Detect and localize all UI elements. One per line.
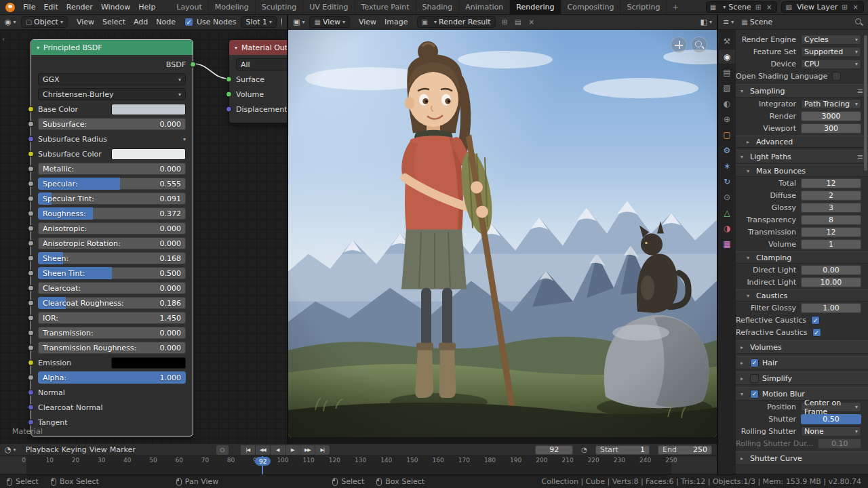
current-frame-field[interactable]: 92	[535, 445, 573, 455]
node-slider[interactable]: Alpha: 1.000	[38, 371, 186, 384]
prop-tab-object[interactable]: ▢	[719, 127, 735, 142]
input-socket[interactable]	[28, 315, 34, 321]
node-row[interactable]: Base Color▾ Base Color Base Color	[38, 102, 186, 116]
input-socket[interactable]	[28, 166, 34, 172]
menu-item[interactable]: Edit	[39, 1, 62, 13]
node-row[interactable]: Sheen:▾ Sheen: 0.168 Sheen:	[38, 251, 186, 265]
node-row[interactable]: Specular Tint:▾ Specular Tint: 0.091 Spe…	[38, 192, 186, 205]
input-socket[interactable]	[28, 256, 34, 262]
new-scene-button[interactable]: ⊞	[754, 3, 762, 11]
node-color-row[interactable]: Emission	[38, 357, 186, 369]
workspace-tab[interactable]: Compositing	[561, 0, 621, 14]
panel-clamping[interactable]: ▾Clamping	[736, 251, 868, 264]
editor-type-timeline-icon[interactable]: ◔▾	[5, 445, 16, 454]
transport-button-jump-to-keyframe-next[interactable]: ▶▶	[300, 445, 315, 455]
samples-viewport-field[interactable]: 300	[801, 123, 861, 134]
panel-volumes[interactable]: ▸Volumes	[736, 340, 868, 354]
node-row[interactable]: Emission▾ Emission Emission	[38, 356, 186, 369]
bounce-field[interactable]: 3	[801, 203, 861, 213]
integrator-dropdown[interactable]: Path Tracing▾	[801, 99, 861, 109]
workspace-tab[interactable]: Rendering	[510, 0, 561, 14]
shader-mode-dropdown[interactable]: ▢ Object▾	[21, 16, 68, 28]
input-socket[interactable]	[28, 181, 34, 187]
add-workspace-button[interactable]: +	[667, 3, 684, 12]
menu-item[interactable]: View	[355, 16, 380, 28]
workspace-tab[interactable]: UV Editing	[303, 0, 355, 14]
input-socket[interactable]	[28, 360, 34, 366]
input-socket[interactable]	[28, 330, 34, 336]
menu-item[interactable]: File	[19, 1, 39, 13]
bounce-field[interactable]: 8	[801, 215, 861, 225]
prop-tab-object-data[interactable]: △	[719, 205, 735, 220]
node-slider[interactable]: Roughness: 0.372	[38, 207, 186, 220]
shutter-slider[interactable]: 0.50	[801, 414, 861, 424]
unlink-image-button[interactable]: ×	[528, 18, 536, 26]
menu-item[interactable]: Select	[98, 16, 130, 28]
clamp-field[interactable]: 0.00	[801, 265, 861, 275]
node-slider[interactable]: Specular: 0.555	[38, 178, 186, 190]
node-slider[interactable]: Transmission: 0.000	[38, 327, 186, 339]
node-slider[interactable]: Anisotropic: 0.000	[38, 222, 186, 235]
panel-light-paths[interactable]: ▾Light Paths ≡	[736, 150, 868, 163]
editor-type-shader-icon[interactable]: ◉▾	[5, 18, 16, 26]
node-row[interactable]: Normal▾ Normal Normal	[38, 386, 186, 399]
node-row[interactable]: Tangent▾ Tangent Tangent	[38, 415, 186, 429]
frame-end-field[interactable]: End 250	[658, 445, 712, 455]
node-slider[interactable]: IOR: 1.450	[38, 312, 186, 324]
node-row[interactable]: Clearcoat Roughness:▾ Clearcoat Roughnes…	[38, 296, 186, 310]
input-socket[interactable]	[28, 241, 34, 247]
render-viewport[interactable]	[288, 30, 717, 444]
unlink-scene-button[interactable]: ×	[765, 3, 773, 11]
region-toggle-arrow-icon[interactable]: ‹	[2, 35, 5, 43]
workspace-tab[interactable]: Shading	[416, 0, 460, 14]
prop-tab-constraints[interactable]: ⊙	[719, 190, 735, 204]
panel-max-bounces[interactable]: ▾Max Bounces	[736, 165, 868, 177]
prop-tab-modifiers[interactable]: ⚙	[719, 143, 735, 157]
slot-dropdown[interactable]: Slot 1▾	[241, 16, 277, 28]
menu-item[interactable]: Add	[130, 16, 152, 28]
prop-tab-render[interactable]: ◉	[719, 49, 735, 64]
editor-type-image-icon[interactable]: ▣▾	[293, 18, 304, 26]
node-row[interactable]: Sheen Tint:▾ Sheen Tint: 0.500 Sheen Tin…	[38, 266, 186, 280]
menu-item[interactable]: Image	[380, 16, 412, 28]
prop-tab-material[interactable]: ◑	[719, 221, 735, 235]
mb-position-dropdown[interactable]: Center on Frame▾	[801, 402, 861, 412]
node-row[interactable]: Alpha:▾ Alpha: 1.000 Alpha:	[38, 371, 186, 384]
bounce-field[interactable]: 12	[801, 227, 861, 237]
browse-scene-chevron[interactable]: ▾	[723, 4, 726, 10]
prop-tab-world[interactable]: ⊕	[719, 112, 735, 126]
panel-shutter-curve[interactable]: ▸Shutter Curve	[736, 451, 868, 465]
panel-hair[interactable]: ▸ Hair	[736, 356, 868, 369]
transport-button-jump-to-end[interactable]: ▶|	[315, 445, 330, 455]
input-socket[interactable]	[28, 270, 34, 277]
samples-render-field[interactable]: 3000	[801, 111, 861, 121]
input-socket[interactable]	[28, 106, 34, 113]
reflective-caustics-checkbox[interactable]	[811, 316, 820, 325]
output-target-dropdown[interactable]: All▾	[236, 58, 287, 70]
node-slider[interactable]: Clearcoat Roughness: 0.186	[38, 297, 186, 309]
motion-blur-checkbox[interactable]	[750, 390, 759, 399]
transport-button-jump-to-keyframe-prev[interactable]: ◀◀	[256, 445, 270, 455]
osl-checkbox[interactable]	[832, 72, 841, 81]
node-dropdown[interactable]: GGX▾	[38, 73, 186, 85]
input-socket[interactable]	[28, 405, 34, 411]
workspace-tab[interactable]: Modeling	[209, 0, 256, 14]
node-vector-row[interactable]: Subsurface Radius▾	[38, 135, 186, 144]
node-row[interactable]: Clearcoat Normal▾ Clearcoat Normal Clear…	[38, 401, 186, 414]
display-channels-dropdown[interactable]: ◧▾	[701, 18, 712, 26]
prop-tab-tool[interactable]: ⚒	[719, 34, 735, 48]
use-nodes-toggle[interactable]: Use Nodes	[184, 18, 237, 26]
workspace-tab[interactable]: Scripting	[620, 0, 667, 14]
hair-checkbox[interactable]	[750, 359, 759, 367]
color-swatch[interactable]	[111, 104, 186, 115]
input-socket[interactable]	[28, 226, 34, 232]
collapse-icon[interactable]: ▾	[235, 45, 237, 51]
input-socket[interactable]	[28, 375, 34, 381]
input-socket[interactable]	[28, 390, 34, 396]
rolling-shutter-dropdown[interactable]: None▾	[801, 426, 861, 436]
new-view-layer-button[interactable]: ⊞	[840, 3, 848, 11]
node-slider[interactable]: Transmission Roughness: 0.000	[38, 342, 186, 354]
input-socket[interactable]	[28, 136, 34, 142]
node-slider[interactable]: Sheen: 0.168	[38, 252, 186, 264]
workspace-tab[interactable]: Layout	[170, 0, 208, 14]
